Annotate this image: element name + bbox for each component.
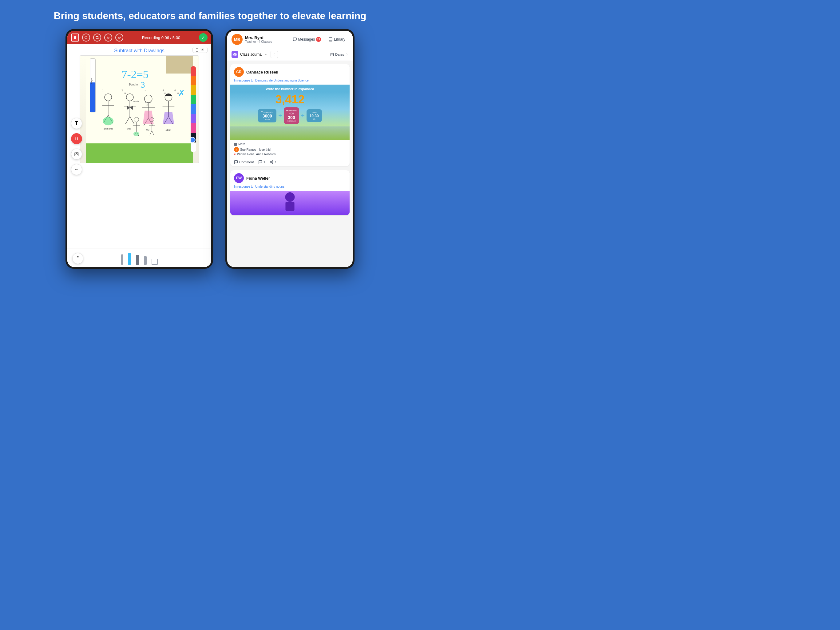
eraser-tool[interactable] (152, 251, 158, 265)
svg-point-2 (85, 36, 87, 39)
svg-text:2: 2 (134, 103, 135, 104)
svg-text:Expo: Expo (90, 78, 93, 84)
devices-container: Recording 0:06 / 5:00 ✓ 1/1 T (0, 29, 420, 269)
svg-text:7-2=5: 7-2=5 (122, 68, 148, 81)
color-palette (191, 66, 196, 152)
svg-point-80 (285, 192, 295, 202)
comment-count: 1 (258, 160, 265, 164)
svg-text:4: 4 (163, 89, 164, 92)
nav-back[interactable] (271, 51, 278, 58)
svg-text:✗: ✗ (178, 89, 185, 98)
brush-4[interactable] (144, 251, 147, 265)
quote-button[interactable]: " (72, 253, 83, 264)
subject-label: Math (234, 142, 346, 146)
text-tool[interactable]: T (71, 118, 82, 129)
svg-text:grandma: grandma (104, 127, 113, 130)
nav-tabs: Messages 22 Library (290, 35, 348, 44)
feed-card-1-footer: Math S Sue Ramos I love this! ♥ Winnie P… (230, 140, 350, 166)
left-tablet: Recording 0:06 / 5:00 ✓ 1/1 T (65, 29, 213, 269)
messages-tab[interactable]: Messages 22 (290, 35, 324, 44)
check-button[interactable]: ✓ (199, 33, 208, 42)
svg-text:Dad: Dad (127, 127, 131, 130)
feed-image-1: Write the number in expanded 3,412 Thous… (230, 85, 350, 140)
feed-card-1-header: CR Candace Russell (230, 64, 350, 79)
left-side-tools: T ··· (71, 118, 82, 175)
right-tablet-inner: MB Mrs. Byrd Teacher · 4 Classes Message… (227, 31, 353, 267)
teacher-info: Mrs. Byrd Teacher · 4 Classes (245, 35, 272, 43)
journal-badge: MH (232, 51, 238, 58)
library-tab[interactable]: Library (325, 35, 348, 44)
svg-rect-70 (331, 53, 333, 56)
trash-icon[interactable] (71, 33, 79, 41)
headline: Bring students, educators and families t… (0, 0, 420, 29)
svg-point-75 (270, 161, 271, 162)
svg-point-22 (103, 117, 114, 125)
svg-point-64 (133, 132, 139, 136)
library-label: Library (334, 37, 345, 41)
svg-text:3: 3 (141, 81, 145, 90)
feed-card-2-image (230, 191, 350, 215)
pause-button[interactable] (71, 133, 82, 144)
svg-rect-12 (90, 82, 95, 112)
feed-card-2: FW Fiona Weller In response to: Understa… (230, 170, 350, 215)
recording-status: Recording 0:06 / 5:00 (123, 35, 199, 40)
plus-2: + (301, 112, 305, 119)
notification-badge: 22 (316, 37, 321, 42)
svg-point-74 (272, 160, 273, 161)
drawing-toolbar: Recording 0:06 / 5:00 ✓ (67, 31, 211, 44)
undo-icon[interactable] (104, 33, 112, 41)
dates-button[interactable]: Dates (330, 52, 348, 56)
brush-toolbar: " (67, 249, 211, 267)
brush-2-active[interactable] (128, 251, 131, 265)
number-display: 3,412 (233, 93, 347, 106)
brush-3[interactable] (136, 251, 139, 265)
svg-line-78 (271, 161, 272, 162)
svg-text:34: 34 (124, 92, 126, 94)
toolbar-left-icons (71, 33, 123, 41)
crop-icon[interactable] (93, 33, 101, 41)
journal-topnav: MB Mrs. Byrd Teacher · 4 Classes Message… (227, 31, 353, 48)
hundreds-label: Hundreds (286, 109, 297, 112)
svg-text:6: 6 (174, 89, 176, 92)
student-name-2: Fiona Weller (246, 176, 270, 180)
canvas-title: Subtract with Drawings (67, 44, 211, 55)
camera-tool[interactable] (71, 149, 82, 160)
svg-rect-6 (77, 138, 77, 140)
svg-line-3 (87, 38, 87, 39)
in-response-2: In response to: Understanding nouns (230, 185, 350, 191)
svg-point-7 (76, 154, 77, 155)
commenter-avatar: S (234, 147, 239, 152)
journal-select[interactable]: Class Journal (240, 52, 267, 57)
journal-feed: CR Candace Russell In response to: Demon… (227, 61, 353, 267)
student-avatar-1: CR (234, 67, 244, 77)
svg-text:Me: Me (146, 128, 149, 131)
svg-marker-50 (163, 112, 174, 124)
teacher-profile: MB Mrs. Byrd Teacher · 4 Classes (232, 34, 272, 45)
student-avatar-2: FW (234, 173, 244, 183)
commenter-row: S Sue Ramos I love this! (234, 147, 346, 152)
action-row: Comment 1 1 (234, 158, 346, 164)
left-tablet-inner: Recording 0:06 / 5:00 ✓ 1/1 T (67, 31, 211, 267)
feed-card-2-header: FW Fiona Weller (230, 170, 350, 185)
val-3000: 3000 (260, 114, 275, 119)
svg-text:64: 64 (177, 92, 179, 94)
brush-1[interactable] (121, 251, 123, 265)
plus-1: + (278, 112, 282, 119)
zoom-icon[interactable] (82, 33, 90, 41)
svg-rect-10 (166, 56, 193, 73)
svg-point-76 (272, 163, 273, 164)
teacher-name: Mrs. Byrd (245, 35, 272, 40)
svg-text:1: 1 (102, 89, 103, 92)
feed-card-1: CR Candace Russell In response to: Demon… (230, 64, 350, 166)
svg-marker-40 (143, 111, 154, 124)
page-indicator: 1/1 (193, 47, 208, 53)
in-response-1: In response to: Demonstrate Understandin… (230, 79, 350, 85)
svg-line-77 (271, 162, 272, 163)
comment-action[interactable]: Comment (234, 160, 254, 164)
tens-label: Tens (308, 111, 320, 114)
svg-text:2: 2 (122, 89, 123, 92)
more-tools[interactable]: ··· (71, 164, 82, 175)
thousands-label: Thousands (260, 111, 275, 114)
redo-icon[interactable] (115, 33, 123, 41)
svg-text:cousin: cousin (133, 100, 139, 102)
